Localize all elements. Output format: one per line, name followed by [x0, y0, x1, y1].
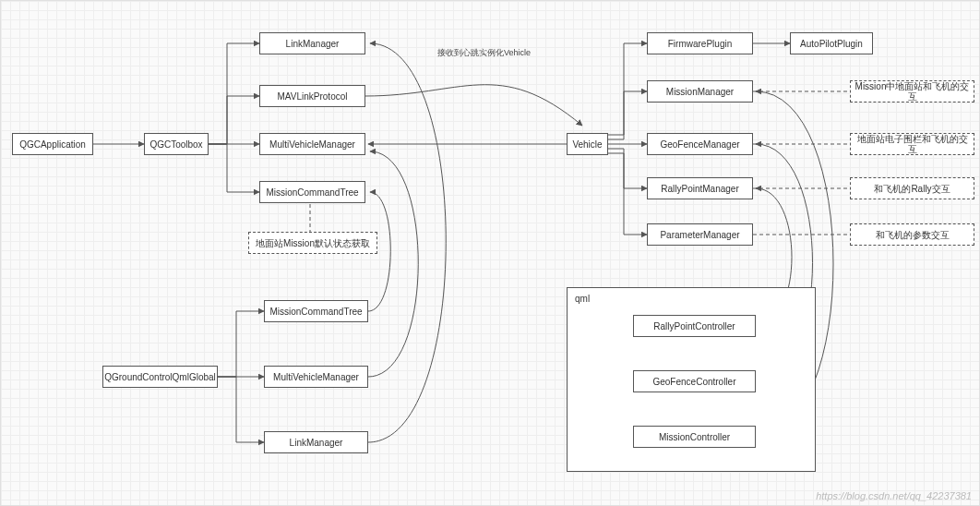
- edge-label-heartbeat: 接收到心跳实例化Vehicle: [437, 47, 531, 59]
- node-rallypointcontroller[interactable]: RallyPointController: [633, 315, 756, 337]
- node-autopilotplugin[interactable]: AutoPilotPlugin: [790, 32, 873, 54]
- node-linkmanager-1[interactable]: LinkManager: [259, 32, 365, 54]
- watermark: https://blog.csdn.net/qq_42237381: [816, 490, 972, 501]
- note-geofence: 地面站电子围栏和飞机的交互: [850, 133, 974, 155]
- node-missioncontroller[interactable]: MissionController: [633, 426, 756, 448]
- edges-layer: [1, 1, 980, 506]
- node-mavlinkprotocol[interactable]: MAVLinkProtocol: [259, 85, 365, 107]
- node-missionmanager[interactable]: MissionManager: [647, 80, 753, 102]
- note-rally: 和飞机的Rally交互: [850, 177, 974, 199]
- note-param: 和飞机的参数交互: [850, 223, 974, 246]
- container-qml-label: qml: [575, 294, 590, 304]
- node-multivehiclemanager-1[interactable]: MultiVehicleManager: [259, 133, 365, 155]
- note-missionstate: 地面站Mission默认状态获取: [248, 232, 377, 254]
- node-vehicle[interactable]: Vehicle: [567, 133, 608, 155]
- note-mission: Mission中地面站和飞机的交互: [850, 80, 974, 102]
- node-geofencemanager[interactable]: GeoFenceManager: [647, 133, 753, 155]
- node-geofencecontroller[interactable]: GeoFenceController: [633, 370, 756, 392]
- node-qgcapplication[interactable]: QGCApplication: [12, 133, 93, 155]
- node-linkmanager-2[interactable]: LinkManager: [264, 431, 368, 453]
- node-multivehiclemanager-2[interactable]: MultiVehicleManager: [264, 366, 368, 388]
- node-qgroundcontrolqmlglobal[interactable]: QGroundControlQmlGlobal: [102, 366, 218, 388]
- node-missioncommandtree-1[interactable]: MissionCommandTree: [259, 181, 365, 203]
- node-parametermanager[interactable]: ParameterManager: [647, 223, 753, 246]
- node-firmwareplugin[interactable]: FirmwarePlugin: [647, 32, 753, 54]
- node-rallypointmanager[interactable]: RallyPointManager: [647, 177, 753, 199]
- diagram-canvas: QGCApplication QGCToolbox LinkManager MA…: [0, 0, 980, 506]
- node-missioncommandtree-2[interactable]: MissionCommandTree: [264, 300, 368, 322]
- node-qgctoolbox[interactable]: QGCToolbox: [144, 133, 209, 155]
